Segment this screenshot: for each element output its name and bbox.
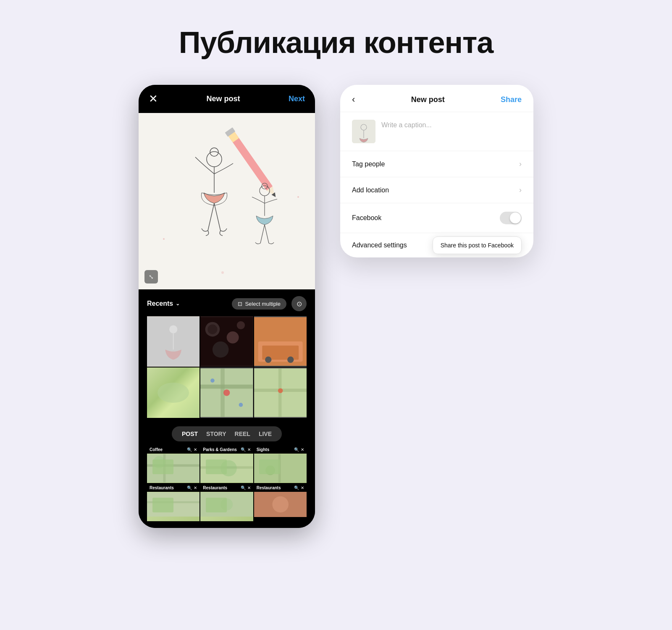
- photo-grid: [147, 316, 307, 418]
- photo-cell-map[interactable]: [254, 368, 307, 418]
- left-phone-title: New post: [206, 94, 240, 103]
- map-restaurants-2: [200, 492, 253, 521]
- ballerina-scene: ⤡: [139, 113, 315, 289]
- photo-cell-map[interactable]: [200, 368, 253, 418]
- close-icon-small[interactable]: ✕: [301, 447, 304, 452]
- post-bar: POST STORY REEL LIVE: [147, 418, 307, 445]
- map-coffee: [147, 454, 200, 483]
- facebook-toggle[interactable]: [500, 212, 522, 224]
- svg-rect-51: [278, 454, 281, 482]
- photo-preview: ⤡: [139, 113, 315, 289]
- section-title-sights: Sights: [257, 447, 270, 452]
- svg-point-31: [265, 357, 271, 363]
- svg-point-38: [239, 403, 243, 407]
- back-button[interactable]: ‹: [352, 94, 355, 105]
- section-title-restaurants-3: Restaurants: [257, 486, 281, 490]
- phone-right: ‹ New post Share Write a caption... Tag …: [340, 85, 533, 257]
- caption-input[interactable]: Write a caption...: [381, 120, 522, 129]
- search-icon-small[interactable]: 🔍: [241, 447, 246, 452]
- caption-thumbnail: [352, 120, 375, 143]
- bottom-section-restaurants-3: Restaurants 🔍 ✕: [254, 484, 307, 521]
- add-location-menu-item[interactable]: Add location ›: [340, 177, 533, 203]
- phone-left-header: ✕ New post Next: [139, 85, 315, 113]
- phone-left: ✕ New post Next: [139, 85, 315, 528]
- bottom-section-coffee: Coffee 🔍 ✕: [147, 446, 200, 483]
- svg-point-26: [237, 321, 245, 329]
- close-icon-small[interactable]: ✕: [301, 486, 304, 490]
- share-button[interactable]: Share: [501, 95, 522, 104]
- svg-point-17: [297, 196, 299, 198]
- add-location-label: Add location: [352, 186, 389, 194]
- svg-point-46: [153, 456, 165, 468]
- bottom-section-restaurants-2: Restaurants 🔍 ✕: [200, 484, 253, 521]
- share-facebook-tooltip: Share this post to Facebook: [433, 236, 522, 254]
- svg-rect-54: [147, 501, 200, 503]
- facebook-menu-item: Facebook: [340, 203, 533, 233]
- svg-point-56: [221, 499, 233, 511]
- recents-label[interactable]: Recents ⌄: [147, 300, 180, 307]
- story-tab[interactable]: STORY: [206, 430, 226, 437]
- next-button[interactable]: Next: [289, 94, 305, 103]
- svg-point-36: [223, 389, 230, 396]
- recents-row: Recents ⌄ ⊡ Select multiple ⊙: [147, 296, 307, 311]
- close-icon-small[interactable]: ✕: [247, 486, 251, 490]
- select-multiple-icon: ⊡: [238, 301, 242, 307]
- select-multiple-button[interactable]: ⊡ Select multiple: [232, 298, 286, 310]
- search-icon-small[interactable]: 🔍: [294, 486, 299, 490]
- tag-people-menu-item[interactable]: Tag people ›: [340, 151, 533, 177]
- svg-point-18: [221, 271, 224, 274]
- phone-right-header: ‹ New post Share: [340, 85, 533, 112]
- tag-people-label: Tag people: [352, 160, 385, 168]
- bottom-section-sights: Sights 🔍 ✕: [254, 446, 307, 483]
- reel-tab[interactable]: REEL: [235, 430, 250, 437]
- section-title-restaurants: Restaurants: [150, 486, 174, 490]
- caption-row: Write a caption...: [340, 112, 533, 151]
- close-icon-small[interactable]: ✕: [194, 486, 197, 490]
- bottom-section-parks: Parks & Gardens 🔍 ✕: [200, 446, 253, 483]
- search-icon-small[interactable]: 🔍: [187, 486, 192, 490]
- photo-cell-food[interactable]: [254, 492, 307, 517]
- svg-point-52: [265, 465, 275, 475]
- camera-icon: ⊙: [297, 300, 302, 308]
- photo-cell-map[interactable]: [147, 368, 200, 418]
- photo-cell[interactable]: [147, 316, 200, 367]
- svg-rect-44: [147, 464, 200, 467]
- svg-rect-53: [147, 492, 200, 517]
- post-tab[interactable]: POST: [182, 430, 198, 437]
- search-icon-small[interactable]: 🔍: [187, 447, 192, 452]
- svg-rect-0: [139, 113, 315, 289]
- svg-point-37: [210, 378, 215, 383]
- facebook-label: Facebook: [352, 214, 381, 222]
- chevron-right-icon: ›: [519, 186, 522, 194]
- svg-point-42: [278, 388, 283, 393]
- search-icon-small[interactable]: 🔍: [241, 486, 246, 490]
- svg-point-58: [272, 496, 289, 513]
- close-icon-small[interactable]: ✕: [247, 447, 251, 452]
- svg-point-27: [213, 341, 229, 358]
- close-icon[interactable]: ✕: [149, 92, 158, 105]
- recents-actions: ⊡ Select multiple ⊙: [232, 296, 307, 311]
- ballerina-drawing: [139, 113, 315, 289]
- photo-cell[interactable]: [200, 316, 253, 367]
- section-title-coffee: Coffee: [150, 447, 163, 452]
- toggle-knob: [510, 213, 521, 223]
- bottom-section-restaurants-1: Restaurants 🔍 ✕: [147, 484, 200, 521]
- section-title-restaurants-2: Restaurants: [203, 486, 227, 490]
- svg-point-49: [221, 460, 237, 477]
- map-sights: [254, 454, 307, 483]
- svg-rect-34: [200, 385, 253, 389]
- advanced-settings-label[interactable]: Advanced settings: [352, 242, 407, 249]
- advanced-settings-row: Advanced settings Share this post to Fac…: [340, 233, 533, 257]
- bottom-restaurant-row: Restaurants 🔍 ✕: [147, 483, 307, 521]
- live-tab[interactable]: LIVE: [259, 430, 272, 437]
- photo-cell[interactable]: [254, 316, 307, 367]
- search-icon-small[interactable]: 🔍: [294, 447, 299, 452]
- expand-icon[interactable]: ⤡: [144, 270, 158, 284]
- phone-bottom-controls: Recents ⌄ ⊡ Select multiple ⊙: [139, 289, 315, 528]
- close-icon-small[interactable]: ✕: [194, 447, 197, 452]
- svg-point-24: [208, 325, 218, 334]
- camera-button[interactable]: ⊙: [291, 296, 307, 311]
- page-title: Публикация контента: [179, 25, 494, 60]
- svg-point-25: [227, 331, 239, 344]
- post-bar-background: POST STORY REEL LIVE: [172, 426, 282, 441]
